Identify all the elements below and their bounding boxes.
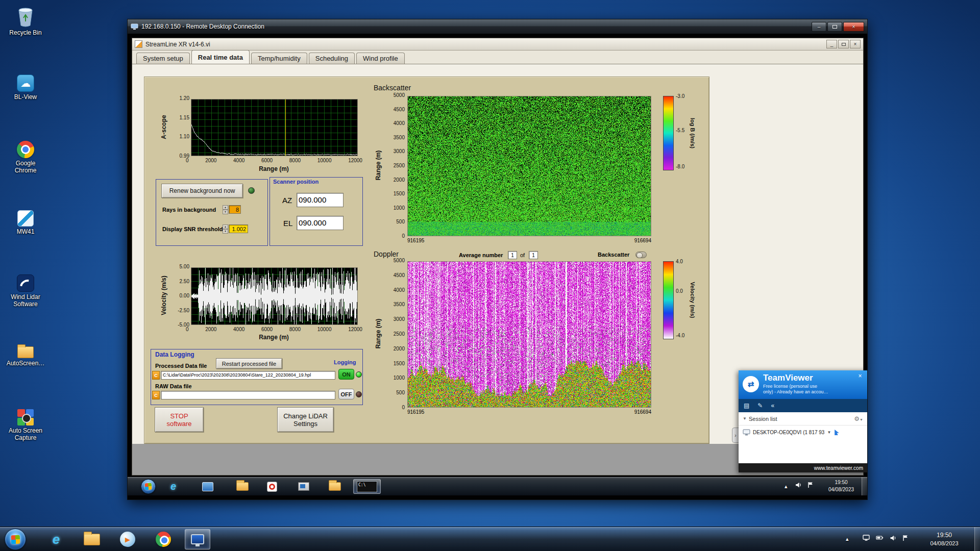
snr-threshold-value[interactable]: 1.002 bbox=[229, 224, 248, 233]
folder-icon bbox=[236, 482, 249, 491]
remote-desktop-icon bbox=[191, 534, 204, 544]
desktop-icon-google-chrome[interactable]: Google Chrome bbox=[4, 136, 47, 174]
taskbar-explorer[interactable] bbox=[81, 530, 103, 549]
backscatter-doppler-toggle[interactable] bbox=[635, 252, 647, 258]
action-center-flag-icon[interactable] bbox=[902, 535, 909, 541]
raw-data-file-path[interactable] bbox=[161, 391, 335, 399]
logging-on-button[interactable]: ON bbox=[338, 369, 354, 380]
labview-app-icon bbox=[267, 482, 277, 492]
desktop-icon-autoscreen-folder[interactable]: AutoScreen… bbox=[4, 336, 47, 367]
average-count-value[interactable]: 1 bbox=[529, 251, 538, 259]
restart-processed-file-button[interactable]: Restart processed file bbox=[216, 358, 282, 369]
rays-in-background-value[interactable]: 8 bbox=[229, 205, 241, 214]
remote-taskbar-app-blue[interactable] bbox=[198, 480, 217, 493]
tab-system-setup[interactable]: System setup bbox=[136, 53, 190, 64]
close-button[interactable]: × bbox=[850, 40, 861, 48]
show-desktop-button[interactable] bbox=[862, 477, 867, 495]
app-titlebar[interactable]: StreamLine XR v14-6.vi _ × bbox=[132, 38, 863, 51]
session-entry[interactable]: DESKTOP-OE0QDVI (1 817 93 ▼ bbox=[739, 425, 867, 439]
az-value[interactable]: 090.000 bbox=[297, 193, 344, 207]
remote-taskbar-labview[interactable] bbox=[262, 480, 281, 493]
chevron-down-icon[interactable]: ▼ bbox=[827, 430, 831, 435]
remote-taskbar-explorer[interactable] bbox=[233, 480, 252, 493]
remote-control-cursor-icon[interactable] bbox=[834, 429, 840, 436]
tray-expand-icon[interactable]: ▴ bbox=[846, 536, 849, 542]
tick-label: 3500 bbox=[394, 135, 405, 140]
remote-clock[interactable]: 19:50 04/08/2023 bbox=[822, 479, 861, 493]
backscatter-title: Backscatter bbox=[374, 84, 411, 92]
el-value[interactable]: 090.000 bbox=[297, 216, 344, 230]
doppler-colorbar bbox=[663, 261, 674, 339]
host-clock[interactable]: 19:50 04/08/2023 bbox=[918, 531, 971, 547]
rdp-titlebar[interactable]: 192.168.0.150 - Remote Desktop Connectio… bbox=[128, 19, 867, 34]
tray-monitor-icon[interactable] bbox=[863, 535, 870, 541]
close-button[interactable]: × bbox=[843, 22, 864, 32]
teamviewer-license-text: Free license (personal use only) - Alrea… bbox=[763, 384, 828, 395]
minimize-button[interactable]: _ bbox=[826, 40, 837, 48]
colorbar-tick: -4.0 bbox=[676, 333, 684, 338]
remote-start-button[interactable] bbox=[141, 479, 156, 494]
remote-taskbar-capture-app[interactable] bbox=[294, 480, 313, 493]
ascope-y-axis-label: A-scope bbox=[160, 115, 167, 139]
tick-label: 2500 bbox=[394, 163, 405, 168]
taskbar-internet-explorer[interactable]: e bbox=[45, 530, 67, 549]
teamviewer-panel: ⇄ TeamViewer Free license (personal use … bbox=[739, 370, 867, 472]
remote-taskbar-folder[interactable] bbox=[325, 480, 344, 493]
tick-label: 1000 bbox=[394, 375, 405, 381]
teamviewer-collapse-tab[interactable]: › bbox=[732, 428, 739, 443]
taskbar-chrome[interactable] bbox=[152, 530, 175, 549]
remote-taskbar-cmd[interactable]: C:\ bbox=[353, 479, 381, 494]
tick-label: 4500 bbox=[394, 272, 405, 278]
maximize-button[interactable] bbox=[838, 40, 849, 48]
colorbar-tick: -3.0 bbox=[676, 93, 684, 99]
maximize-button[interactable] bbox=[827, 22, 842, 32]
volume-icon[interactable] bbox=[795, 482, 802, 488]
tab-temp-humidity[interactable]: Temp/humidity bbox=[251, 53, 307, 64]
tray-battery-icon[interactable] bbox=[876, 535, 884, 541]
processed-data-file-path[interactable]: C:\Lidar\Data\Proc\2023\202308\20230804\… bbox=[161, 371, 335, 380]
desktop-icon-bl-view[interactable]: ☁ BL-View bbox=[4, 69, 47, 101]
renew-background-button[interactable]: Renew background now bbox=[161, 184, 243, 198]
tray-expand-icon[interactable]: ▴ bbox=[785, 483, 788, 490]
teamviewer-link[interactable]: www.teamviewer.com bbox=[814, 465, 863, 471]
desktop-icon-recycle-bin[interactable]: Recycle Bin bbox=[4, 5, 47, 36]
chevron-down-icon: ▼ bbox=[743, 416, 747, 421]
start-button[interactable] bbox=[5, 529, 26, 550]
rays-spinner[interactable]: ▲▼ bbox=[223, 205, 228, 214]
ascope-plot[interactable] bbox=[191, 99, 358, 156]
desktop-icon-wind-lidar[interactable]: Wind Lidar Software bbox=[4, 269, 47, 308]
tab-real-time-data[interactable]: Real time data bbox=[191, 50, 250, 64]
average-number-value[interactable]: 1 bbox=[508, 251, 517, 259]
minimize-button[interactable]: – bbox=[812, 22, 826, 32]
taskbar-remote-desktop[interactable] bbox=[185, 529, 210, 549]
desktop-icon-auto-screen-capture[interactable]: Auto Screen Capture bbox=[4, 403, 47, 441]
action-center-flag-icon[interactable] bbox=[807, 482, 814, 488]
snr-spinner[interactable]: ▲▼ bbox=[223, 224, 228, 233]
logging-off-button[interactable]: OFF bbox=[338, 389, 354, 399]
tab-scheduling[interactable]: Scheduling bbox=[309, 53, 355, 64]
tick-label: 8000 bbox=[289, 327, 301, 332]
session-list-panel-icon[interactable]: ▤ bbox=[744, 402, 749, 409]
collapse-panel-icon[interactable]: « bbox=[771, 402, 774, 409]
change-lidar-settings-button[interactable]: Change LiDAR Settings bbox=[277, 407, 334, 432]
taskbar-media-player[interactable]: ▶ bbox=[116, 530, 139, 549]
remote-taskbar-ie[interactable]: e bbox=[164, 480, 183, 493]
session-list-header[interactable]: ▼ Session list ⚙▼ bbox=[739, 412, 867, 425]
whiteboard-pen-icon[interactable]: ✎ bbox=[757, 402, 763, 409]
velocity-x-ticks: 020004000600080001000012000 bbox=[186, 327, 362, 332]
close-icon[interactable]: × bbox=[856, 372, 864, 380]
remote-clock-date: 04/08/2023 bbox=[822, 486, 861, 493]
change-lidar-line1: Change LiDAR bbox=[283, 412, 328, 420]
stop-software-button[interactable]: STOP software bbox=[155, 407, 204, 432]
desktop-icon-mw41[interactable]: MW41 bbox=[4, 204, 47, 235]
gear-icon[interactable]: ⚙▼ bbox=[854, 415, 863, 422]
tab-wind-profile[interactable]: Wind profile bbox=[356, 53, 405, 64]
show-desktop-button[interactable] bbox=[974, 527, 980, 551]
volume-icon[interactable] bbox=[890, 535, 897, 541]
backscatter-x-start: 916195 bbox=[407, 238, 424, 243]
wind-lidar-icon bbox=[17, 274, 34, 292]
scanner-position-title: Scanner position bbox=[273, 179, 318, 185]
command-prompt-icon: C:\ bbox=[357, 481, 377, 492]
desktop: Recycle Bin ☁ BL-View Google Chrome MW41… bbox=[0, 0, 980, 551]
tick-label: 0 bbox=[402, 233, 405, 239]
